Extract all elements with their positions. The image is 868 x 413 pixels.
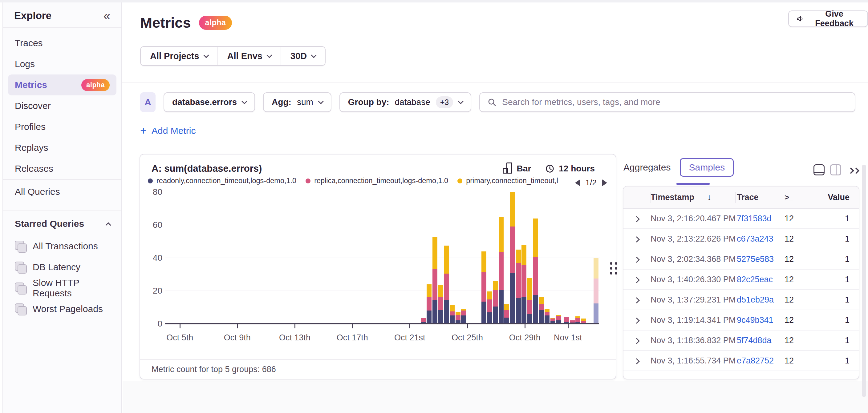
trace-link[interactable]: c673a243 <box>737 234 773 243</box>
trace-link[interactable]: 7f31583d <box>737 214 772 223</box>
stacked-bar[interactable] <box>510 192 515 324</box>
expand-row-chevron-icon[interactable] <box>634 275 651 284</box>
trace-link[interactable]: e7a82752 <box>737 356 774 365</box>
row-timestamp: Nov 3, 1:37:29.231 PM <box>651 295 737 305</box>
stacked-bar[interactable] <box>482 251 486 324</box>
sidebar-item-traces[interactable]: Traces <box>8 33 117 54</box>
stacked-bar[interactable] <box>444 246 449 324</box>
sidebar-item-all-queries[interactable]: All Queries <box>3 181 121 202</box>
next-page-icon[interactable] <box>602 179 607 186</box>
legend-item[interactable]: replica,connection_timeout,logs-demo,1.0 <box>306 177 448 185</box>
chart-type-selector[interactable]: Bar <box>503 164 531 174</box>
column-header-timestamp[interactable]: Timestamp↓ <box>651 192 737 202</box>
stacked-bar[interactable] <box>527 278 532 324</box>
starred-queries-header[interactable]: Starred Queries <box>3 210 121 232</box>
stacked-bar[interactable] <box>564 317 569 324</box>
stacked-bar[interactable] <box>427 284 432 324</box>
interval-selector[interactable]: 12 hours <box>545 164 595 174</box>
tab-aggregates[interactable]: Aggregates <box>622 159 672 176</box>
column-header-value[interactable]: Value <box>812 193 859 202</box>
table-row[interactable]: Nov 3, 1:19:14.341 PM9c49b341121 <box>623 310 859 331</box>
bar-segment <box>594 278 598 304</box>
stacked-bar[interactable] <box>556 315 561 324</box>
add-metric-button[interactable]: + Add Metric <box>140 126 195 136</box>
split-vertical-icon[interactable] <box>830 164 841 175</box>
column-header-trace[interactable]: Trace <box>737 193 784 202</box>
bar-segment <box>482 302 486 324</box>
bar-segment <box>539 304 544 310</box>
table-row[interactable]: Nov 3, 1:40:26.330 PM82c25eac121 <box>623 270 859 290</box>
stacked-bar[interactable] <box>539 297 544 324</box>
panel-resize-handle[interactable] <box>610 262 617 275</box>
sidebar-item-profiles[interactable]: Profiles <box>8 116 117 137</box>
sidebar-item-logs[interactable]: Logs <box>8 54 117 74</box>
stacked-bar[interactable] <box>499 217 504 324</box>
trace-link[interactable]: 9c49b341 <box>737 315 773 325</box>
starred-query-all-transactions[interactable]: All Transactions <box>8 236 117 257</box>
environment-filter[interactable]: All Envs <box>217 47 281 65</box>
expand-row-chevron-icon[interactable] <box>634 254 651 264</box>
table-row[interactable]: Nov 3, 1:16:55.734 PMe7a82752121 <box>623 351 859 371</box>
expand-row-chevron-icon[interactable] <box>634 356 651 366</box>
previous-page-icon[interactable] <box>575 179 580 186</box>
stacked-bar[interactable] <box>487 291 492 324</box>
trace-link[interactable]: 82c25eac <box>737 275 773 284</box>
stacked-bar[interactable] <box>432 237 437 324</box>
bar-segment <box>504 304 509 310</box>
expand-row-chevron-icon[interactable] <box>634 295 651 305</box>
group-by-dropdown[interactable]: Group by: database +3 <box>339 92 472 112</box>
table-row[interactable]: Nov 3, 1:18:36.832 PM5f74d8da121 <box>623 331 859 351</box>
stacked-bar[interactable] <box>533 218 538 324</box>
stacked-bar[interactable] <box>516 250 521 324</box>
table-row[interactable]: Nov 3, 2:16:20.467 PM7f31583d121 <box>623 209 859 229</box>
stacked-bar[interactable] <box>522 245 526 324</box>
give-feedback-button[interactable]: Give Feedback <box>788 10 868 27</box>
sidebar-item-discover[interactable]: Discover <box>8 95 117 116</box>
bar-segment <box>487 300 492 312</box>
stacked-bar[interactable] <box>450 305 455 324</box>
table-row[interactable]: Nov 3, 1:37:29.231 PMd51eb29a121 <box>623 290 859 310</box>
sort-descending-icon[interactable]: ↓ <box>707 192 712 202</box>
expand-row-chevron-icon[interactable] <box>634 315 651 325</box>
stacked-bar[interactable] <box>461 309 466 324</box>
stacked-bar[interactable] <box>438 285 443 324</box>
legend-item[interactable]: readonly,connection_timeout,logs-demo,1.… <box>148 177 296 185</box>
chart-plot-area[interactable] <box>165 192 600 324</box>
legend-item[interactable]: primary,connection_timeout,l <box>457 177 558 185</box>
search-bar[interactable] <box>479 92 856 112</box>
sidebar-item-metrics[interactable]: Metricsalpha <box>8 74 117 95</box>
expand-row-chevron-icon[interactable] <box>634 234 651 244</box>
stacked-bar[interactable] <box>576 316 580 324</box>
search-input[interactable] <box>502 97 847 107</box>
chart-footer: Metric count for top 5 groups: 686 <box>140 359 616 379</box>
table-row[interactable]: Nov 3, 2:13:22.626 PMc673a243121 <box>623 229 859 249</box>
sidebar-item-replays[interactable]: Replays <box>8 137 117 158</box>
bar-segment <box>482 251 486 272</box>
starred-query-db-latency[interactable]: DB Latency <box>8 257 117 278</box>
stacked-bar[interactable] <box>504 304 509 324</box>
stacked-bar[interactable] <box>594 258 598 324</box>
tab-samples[interactable]: Samples <box>680 158 734 177</box>
starred-query-worst-pageloads[interactable]: Worst Pageloads <box>8 299 117 319</box>
bar-segment <box>510 227 515 273</box>
scrollbar-track[interactable] <box>862 165 866 397</box>
date-range-filter[interactable]: 30D <box>281 47 325 65</box>
sidebar-item-releases[interactable]: Releases <box>8 158 117 179</box>
stacked-bar[interactable] <box>456 312 461 324</box>
trace-link[interactable]: d51eb29a <box>737 295 774 304</box>
expand-row-chevron-icon[interactable] <box>634 214 651 223</box>
double-chevron-right-icon[interactable] <box>848 167 859 173</box>
stacked-bar[interactable] <box>545 309 550 324</box>
trace-link[interactable]: 5f74d8da <box>737 336 772 345</box>
aggregate-dropdown[interactable]: Agg: sum <box>263 92 332 112</box>
split-horizontal-icon[interactable] <box>813 164 825 175</box>
project-filter[interactable]: All Projects <box>141 47 217 65</box>
trace-link[interactable]: 5275e583 <box>737 254 774 264</box>
row-log-count: 12 <box>784 295 812 305</box>
collapse-sidebar-icon[interactable]: « <box>103 11 110 20</box>
starred-query-slow-http-requests[interactable]: Slow HTTP Requests <box>8 278 117 299</box>
table-row[interactable]: Nov 3, 2:02:34.368 PM5275e583121 <box>623 249 859 270</box>
expand-row-chevron-icon[interactable] <box>634 336 651 345</box>
metric-select-dropdown[interactable]: database.errors <box>163 92 255 112</box>
stacked-bar[interactable] <box>493 281 498 324</box>
